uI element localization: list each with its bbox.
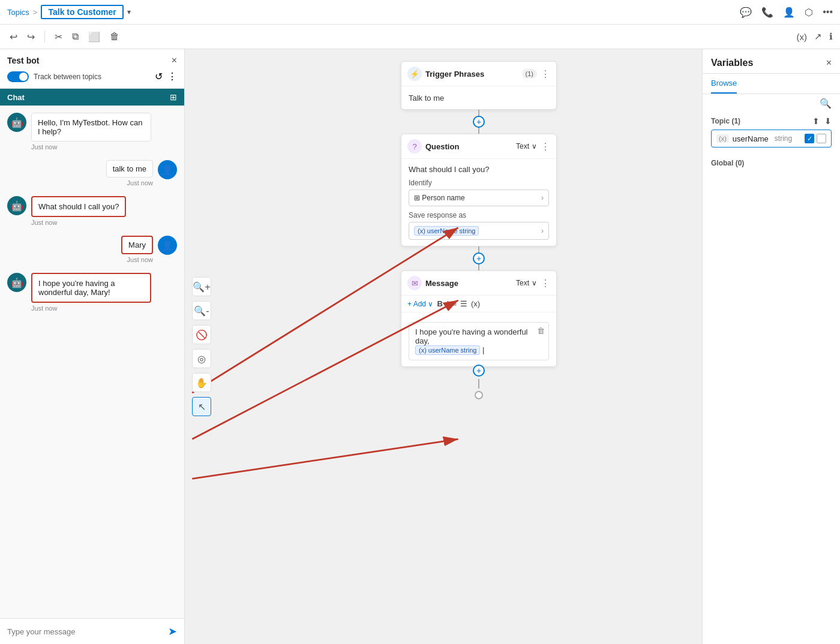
user-bubble-mary: Mary	[121, 236, 153, 254]
bot-title: Test bot	[7, 56, 39, 65]
trigger-node-menu[interactable]: ⋮	[541, 68, 550, 80]
add-content-button[interactable]: + Add ∨	[407, 300, 433, 308]
identify-field[interactable]: ⊞ Person name ›	[409, 189, 549, 206]
bot-avatar: 🤖	[7, 113, 26, 132]
var-x-label: (x)	[418, 227, 425, 234]
export-icon[interactable]: ↗	[814, 31, 822, 42]
svg-line-3	[192, 439, 458, 479]
paste-button[interactable]: ⬜	[86, 29, 103, 45]
recenter-button[interactable]: ◎	[192, 349, 211, 368]
topic-section-title: Topic (1)	[711, 117, 740, 125]
message-type-chevron: ∨	[532, 279, 537, 287]
question-text: What should I call you?	[409, 165, 549, 174]
delete-message-button[interactable]: 🗑	[537, 326, 545, 335]
select-tool-button[interactable]: ↖	[192, 397, 211, 416]
question-icon: ?	[407, 139, 422, 154]
export-icon[interactable]: ⬇	[824, 116, 832, 126]
variable-insert-button[interactable]: (x)	[471, 299, 480, 308]
pan-lock-button[interactable]: 🚫	[192, 325, 211, 344]
global-section-title: Global (0)	[711, 159, 744, 167]
chat-messages: 🤖 Hello, I'm MyTestbot. How can I help? …	[0, 106, 184, 618]
info-icon[interactable]: ℹ	[829, 31, 833, 42]
message-cursor: |	[482, 345, 484, 354]
message-text: I hope you're having a wonderful day,	[415, 327, 542, 345]
refresh-icon[interactable]: ↺	[155, 71, 163, 82]
var-x-icon: (x)	[419, 347, 427, 354]
chat-input-row: ➤	[0, 618, 184, 644]
import-icon[interactable]: ⬆	[812, 116, 820, 126]
bold-button[interactable]: B	[437, 299, 442, 308]
send-icon[interactable]: ➤	[168, 625, 177, 638]
user-avatar: 👤	[158, 236, 177, 255]
var-checkbox-empty[interactable]	[817, 134, 826, 143]
save-var-badge: (x) userName string	[414, 226, 479, 236]
question-node-title: Question	[425, 142, 512, 151]
message-content-box[interactable]: 🗑 I hope you're having a wonderful day, …	[409, 322, 549, 360]
search-icon[interactable]: 🔍	[820, 98, 832, 109]
copy-button[interactable]: ⧉	[70, 29, 81, 44]
user-icon[interactable]: 👤	[783, 7, 795, 18]
identify-label: Identify	[409, 179, 549, 187]
variables-panel-header: Variables ×	[703, 49, 840, 74]
message-type-badge[interactable]: Text ∨	[516, 279, 537, 287]
delete-button[interactable]: 🗑	[107, 29, 122, 44]
save-response-field[interactable]: (x) userName string ›	[409, 222, 549, 240]
message-node-menu[interactable]: ⋮	[541, 278, 550, 289]
cut-button[interactable]: ✂	[52, 29, 65, 45]
add-node-button-end[interactable]: +	[473, 365, 485, 377]
trigger-node-badge: (1)	[522, 69, 537, 79]
chat-icon[interactable]: 💬	[740, 7, 752, 18]
chat-input[interactable]	[7, 627, 163, 636]
variables-close-button[interactable]: ×	[826, 58, 832, 68]
list-button[interactable]: ☰	[460, 299, 467, 308]
trigger-icon: ⚡	[407, 67, 422, 81]
topbar-right-icons: 💬 📞 👤 ⬡ •••	[740, 7, 833, 18]
breadcrumb-topics-link[interactable]: Topics	[7, 8, 29, 17]
chat-tab-icon[interactable]: ⊞	[170, 92, 177, 102]
toggle-row: Track between topics ↺ ⋮	[7, 71, 177, 82]
message-timestamp: Just now	[127, 179, 153, 186]
more-options-icon[interactable]: ⋮	[167, 71, 177, 82]
topic-section-header: Topic (1) ⬆ ⬇	[711, 116, 832, 126]
var-name: userName	[733, 134, 769, 143]
message-timestamp: Just now	[31, 143, 151, 151]
zoom-in-button[interactable]: 🔍+	[192, 277, 211, 296]
more-icon[interactable]: •••	[823, 7, 833, 17]
align-button[interactable]: ≡	[452, 299, 457, 308]
undo-button[interactable]: ↩	[7, 29, 20, 45]
message-editor-toolbar: + Add ∨ B I ≡ ☰ (x)	[401, 296, 556, 312]
message-timestamp: Just now	[127, 256, 153, 263]
question-type-label: Text	[516, 142, 529, 151]
tab-browse[interactable]: Browse	[711, 74, 737, 94]
grid-icon[interactable]: ⬡	[805, 7, 813, 18]
message-var-type: string	[461, 347, 477, 354]
trigger-node-header: ⚡ Trigger Phrases (1) ⋮	[401, 62, 556, 86]
hand-tool-button[interactable]: ✋	[192, 373, 211, 392]
question-node-menu[interactable]: ⋮	[541, 141, 550, 152]
question-type-chevron: ∨	[532, 142, 537, 151]
zoom-out-button[interactable]: 🔍-	[192, 301, 211, 320]
add-node-button-1[interactable]: +	[473, 116, 485, 128]
chevron-down-icon[interactable]: ▾	[127, 8, 131, 16]
var-x-label: (x)	[716, 134, 729, 143]
save-var-name: userName	[427, 227, 458, 234]
flow-connector-2: +	[478, 246, 479, 270]
variables-icon[interactable]: (x)	[797, 32, 808, 42]
add-node-button-2[interactable]: +	[473, 252, 485, 264]
variable-item-username[interactable]: (x) userName string ✓	[711, 130, 832, 148]
question-type-badge[interactable]: Text ∨	[516, 142, 537, 151]
message-node-header: ✉ Message Text ∨ ⋮	[401, 271, 556, 296]
save-var-type: string	[460, 227, 476, 234]
phone-icon[interactable]: 📞	[761, 7, 773, 18]
flow-end-marker	[475, 391, 483, 399]
var-checkbox-checked[interactable]: ✓	[805, 134, 814, 143]
var-checkboxes: ✓	[805, 134, 826, 143]
message-timestamp: Just now	[31, 305, 151, 312]
close-icon[interactable]: ×	[172, 55, 177, 66]
editor-toolbar: ↩ ↪ ✂ ⧉ ⬜ 🗑 (x) ↗ ℹ	[0, 25, 840, 49]
italic-button[interactable]: I	[446, 299, 449, 308]
track-topics-toggle[interactable]	[7, 71, 29, 82]
canvas-area: 🔍+ 🔍- 🚫 ◎ ✋ ↖ ⚡ Trigger Phrases (1) ⋮ Ta…	[185, 49, 702, 644]
redo-button[interactable]: ↪	[25, 29, 37, 45]
trigger-node-title: Trigger Phrases	[425, 70, 518, 79]
